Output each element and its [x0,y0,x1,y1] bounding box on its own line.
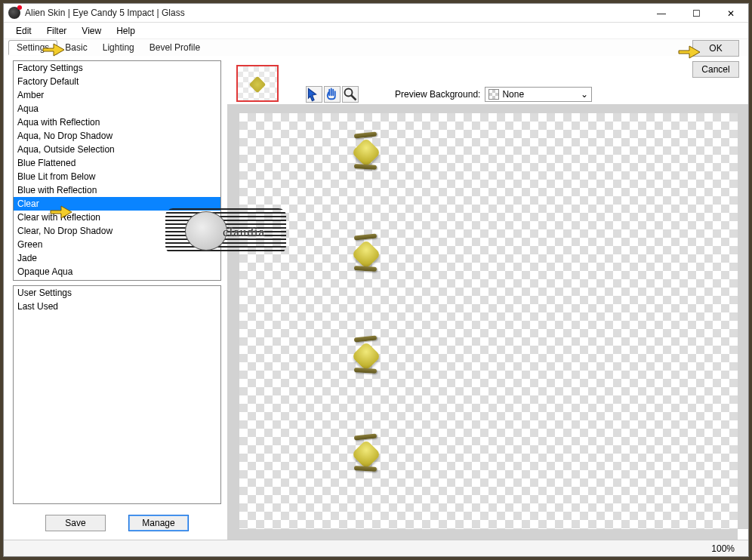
save-button[interactable]: Save [45,515,106,531]
canvas-left-gutter [227,113,239,540]
tool-pointer-icon[interactable] [306,86,322,103]
list-item[interactable]: Aqua, No Drop Shadow [14,129,220,143]
svg-point-0 [345,89,353,97]
factory-settings-list[interactable]: Factory Settings Factory DefaultAmberAqu… [13,60,221,281]
maximize-button[interactable]: ☐ [679,4,713,23]
preview-bg-swatch-icon [488,89,499,100]
toolbar-separator [227,104,748,113]
preview-bg-select[interactable]: None ⌄ [485,87,592,102]
list-item[interactable]: Jade [14,251,220,265]
list-item[interactable]: Factory Default [14,75,220,88]
window-title: Alien Skin | Eye Candy 5 Impact | Glass [25,8,185,18]
list-item[interactable]: Last Used [14,300,220,313]
list-item[interactable]: Aqua, Outside Selection [14,143,220,156]
content-area: Factory Settings Factory DefaultAmberAqu… [4,56,748,540]
menu-help[interactable]: Help [109,24,143,38]
user-settings-list[interactable]: User Settings Last Used [13,285,221,504]
factory-settings-heading: Factory Settings [14,61,220,75]
preview-canvas[interactable] [239,113,738,529]
list-item[interactable]: Blue Lit from Below [14,170,220,183]
chevron-down-icon: ⌄ [581,89,588,100]
preview-thumbnail[interactable] [236,65,279,102]
list-item[interactable]: Aqua with Reflection [14,115,220,129]
user-settings-heading: User Settings [14,286,220,300]
list-item[interactable]: Green [14,238,220,251]
tool-hand-icon[interactable] [324,86,341,103]
preview-bg-label: Preview Background: [395,89,480,100]
tutorial-pointer-ok [677,42,703,60]
canvas-hscrollbar[interactable] [239,529,738,540]
canvas-vscrollbar[interactable] [738,113,748,529]
preview-panel: Preview Background: None ⌄ [227,56,748,540]
status-bar: 100% [4,540,748,556]
tutorial-pointer-clear [49,202,75,220]
preview-bg-value: None [502,89,524,100]
menu-bar: Edit Filter View Help [4,23,748,39]
tab-strip: Settings Basic Lighting Bevel Profile [4,39,748,56]
list-item[interactable]: Blue with Reflection [14,183,220,197]
tool-zoom-icon[interactable] [342,86,359,103]
list-item[interactable]: Amber [14,88,220,102]
preview-canvas-wrap [227,113,748,540]
zoom-level: 100% [711,543,735,554]
svg-line-1 [351,95,356,100]
list-item[interactable]: Clear, No Drop Shadow [14,224,220,238]
menu-edit[interactable]: Edit [8,24,39,38]
preview-toolbar: Preview Background: None ⌄ [227,56,748,104]
settings-panel: Factory Settings Factory DefaultAmberAqu… [4,56,227,540]
title-bar: Alien Skin | Eye Candy 5 Impact | Glass … [4,4,748,23]
list-item[interactable]: Clear with Reflection [14,211,220,224]
manage-button[interactable]: Manage [128,515,189,531]
list-item[interactable]: Aqua [14,102,220,115]
list-item[interactable]: Blue Flattened [14,156,220,170]
tab-bevel-profile[interactable]: Bevel Profile [142,41,208,54]
tutorial-pointer-settings [42,39,67,57]
menu-view[interactable]: View [74,24,109,38]
app-icon [8,7,20,19]
list-item[interactable]: Clear [14,197,220,211]
minimize-button[interactable]: — [644,4,679,23]
close-button[interactable]: ✕ [713,4,748,23]
list-item[interactable]: Opaque Aqua [14,265,220,278]
menu-filter[interactable]: Filter [39,24,75,38]
tab-lighting[interactable]: Lighting [95,41,142,54]
app-window: Alien Skin | Eye Candy 5 Impact | Glass … [3,3,749,557]
